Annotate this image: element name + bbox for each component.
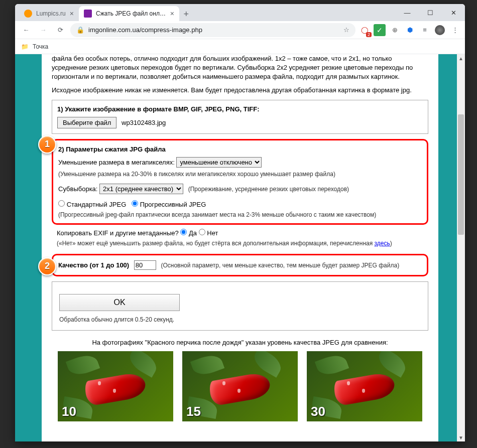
bookmarks-bar: 📁 Точка: [15, 39, 465, 54]
filename-text: wp3102483.jpg: [122, 119, 166, 126]
folder-icon: 📁: [21, 43, 29, 50]
close-icon[interactable]: ×: [170, 10, 174, 18]
menu-button[interactable]: ⋮: [449, 24, 461, 36]
intro-text-1: файла без особых потерь, отлично подходи…: [52, 54, 428, 82]
megapixel-select[interactable]: уменьшение отключено: [176, 157, 262, 168]
quality-label: Качество (от 1 до 100): [58, 261, 129, 269]
jpeg-standard-option[interactable]: Стандартный JPEG: [58, 201, 126, 208]
close-button[interactable]: ✕: [442, 4, 465, 21]
avatar-icon[interactable]: [434, 24, 446, 36]
forward-button[interactable]: →: [36, 23, 50, 37]
sample-label: 10: [62, 404, 76, 419]
radio-standard[interactable]: [58, 200, 65, 207]
sample-image: 15: [182, 351, 298, 421]
sample-image: 30: [307, 351, 422, 421]
page-content: файла без особых потерь, отлично подходи…: [42, 54, 438, 441]
exif-hint: («Нет» может ещё уменьшить размер файла,…: [57, 240, 423, 247]
maximize-button[interactable]: ☐: [419, 4, 442, 21]
scroll-down-icon[interactable]: ▼: [457, 433, 465, 441]
tab-title: Lumpics.ru: [36, 10, 66, 17]
scroll-up-icon[interactable]: ▲: [457, 54, 465, 62]
jpeg-progressive-option[interactable]: Прогрессивный JPEG: [132, 201, 206, 208]
subsample-hint: (Прореживание, усреднение резких цветовы…: [188, 186, 349, 193]
exif-link[interactable]: здесь: [375, 240, 390, 247]
tab-imgonline[interactable]: Сжать JPEG файл онлайн - IMG ×: [79, 6, 179, 21]
address-bar: ← → ⟳ 🔒 imgonline.com.ua/compress-image.…: [15, 21, 465, 39]
sample-label: 30: [311, 404, 325, 419]
progressive-hint: (Прогрессивный jpeg-файл практически все…: [58, 211, 422, 218]
intro-text-2: Исходное изображение никак не изменяется…: [52, 86, 428, 95]
megapixel-hint: (Уменьшение размера на 20-30% в пикселях…: [58, 171, 422, 178]
favicon-icon: [84, 10, 92, 18]
samples-section: На фотографиях "Красного перчика после д…: [52, 339, 428, 421]
radio-exif-no[interactable]: [199, 229, 205, 235]
bookmark-folder[interactable]: Точка: [33, 43, 48, 50]
quality-input[interactable]: [134, 260, 156, 270]
subsample-label: Субвыборка:: [58, 185, 97, 193]
ok-button[interactable]: OK: [59, 294, 180, 311]
megapixel-label: Уменьшение размера в мегапикселях:: [58, 159, 175, 166]
window-controls: — ☐ ✕: [396, 4, 465, 21]
extension-list-icon[interactable]: ≡: [419, 24, 431, 36]
close-icon[interactable]: ×: [70, 10, 74, 18]
sample-label: 15: [186, 404, 201, 419]
processing-hint: Обработка обычно длится 0.5-20 секунд.: [59, 316, 421, 323]
favicon-icon: [24, 10, 32, 18]
callout-badge-1: 1: [38, 135, 56, 154]
extension-check-icon[interactable]: ✓: [374, 24, 386, 36]
extension-opera-icon[interactable]: ◯2: [359, 24, 371, 36]
badge: 2: [366, 32, 372, 37]
browser-window: Lumpics.ru × Сжать JPEG файл онлайн - IM…: [15, 4, 465, 441]
titlebar: Lumpics.ru × Сжать JPEG файл онлайн - IM…: [15, 4, 465, 21]
step2-highlight: 1 2) Параметры сжатия JPG файла Уменьшен…: [52, 139, 428, 225]
exif-label: Копировать EXIF и другие метаданные?: [57, 229, 179, 237]
submit-box: OK Обработка обычно длится 0.5-20 секунд…: [52, 281, 428, 331]
url-text: imgonline.com.ua/compress-image.php: [88, 26, 202, 34]
scrollbar[interactable]: ▲ ▼: [457, 54, 465, 441]
lock-icon: 🔒: [76, 26, 84, 34]
choose-file-button[interactable]: Выберите файл: [57, 117, 116, 128]
quality-highlight: 2 Качество (от 1 до 100) (Основной парам…: [52, 254, 428, 276]
back-button[interactable]: ←: [19, 23, 33, 37]
callout-badge-2: 2: [38, 257, 56, 275]
step2-title: 2) Параметры сжатия JPG файла: [58, 145, 422, 153]
tab-lumpics[interactable]: Lumpics.ru ×: [19, 6, 79, 21]
extension-origin-icon[interactable]: ⊕: [389, 24, 401, 36]
content-area: файла без особых потерь, отлично подходи…: [15, 54, 465, 441]
star-icon[interactable]: ☆: [343, 26, 349, 34]
extension-cube-icon[interactable]: ⬢: [404, 24, 416, 36]
minimize-button[interactable]: —: [396, 4, 419, 21]
quality-hint: (Основной параметр, чем меньше качество,…: [161, 262, 399, 269]
radio-exif-yes[interactable]: [180, 229, 187, 235]
sample-image: 10: [58, 351, 173, 421]
radio-progressive[interactable]: [132, 200, 138, 207]
sample-row: 10 15 30: [52, 351, 428, 421]
reload-button[interactable]: ⟳: [53, 23, 67, 37]
subsample-select[interactable]: 2x1 (среднее качество): [99, 184, 183, 194]
new-tab-button[interactable]: +: [179, 7, 193, 21]
step1-title: 1) Укажите изображение в формате BMP, GI…: [57, 105, 423, 113]
url-input[interactable]: 🔒 imgonline.com.ua/compress-image.php ☆: [70, 23, 355, 37]
samples-title: На фотографиях "Красного перчика после д…: [52, 339, 428, 346]
scroll-thumb[interactable]: [458, 114, 464, 235]
tab-title: Сжать JPEG файл онлайн - IMG: [96, 10, 166, 17]
exif-no-option[interactable]: Нет: [199, 229, 218, 237]
step1-box: 1) Укажите изображение в формате BMP, GI…: [52, 100, 428, 134]
exif-yes-option[interactable]: Да: [180, 229, 197, 237]
